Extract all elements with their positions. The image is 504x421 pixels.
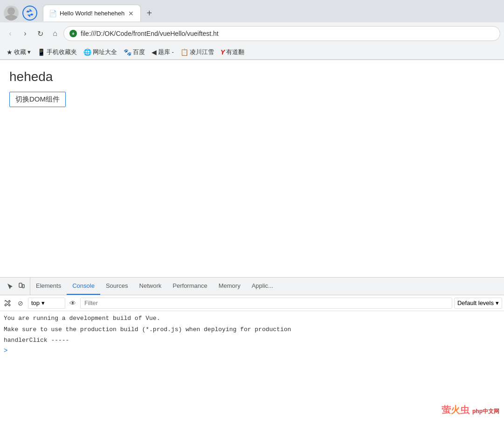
bookmark-item-quiz[interactable]: ◀ 题库 - [149,47,177,57]
svg-rect-2 [19,283,22,287]
mobile-icon: 📱 [37,48,45,56]
tab-icon: 📄 [49,10,57,17]
dom-switch-button[interactable]: 切换DOM组件 [9,92,66,107]
svg-point-1 [5,15,18,20]
chevron-down-icon: ▾ [41,299,45,306]
bookmark-item-baidu[interactable]: 🐾 百度 [121,47,148,57]
forward-button[interactable]: › [19,27,32,40]
console-output: You are running a development build of V… [0,311,504,421]
devtools-icon-area [2,278,30,295]
bookmark-label: 收藏 [14,48,26,56]
address-bar[interactable]: + file:///D:/OK/Code/frontEnd/vueHello/v… [63,26,500,41]
devtools-tab-network[interactable]: Network [134,278,167,295]
console-line: Make sure to use the production build (*… [4,324,500,335]
devtools-tab-console[interactable]: Console [67,278,100,295]
bookmark-label: 题库 - [158,48,174,56]
context-value: top [31,299,40,306]
devtools-tab-elements[interactable]: Elements [30,278,67,295]
page-heading: heheda [9,69,495,84]
address-text: file:///D:/OK/Code/frontEnd/vueHello/vue… [81,30,494,37]
cursor-icon[interactable] [6,282,15,291]
devtools-tab-application[interactable]: Applic... [246,278,279,295]
devtools-tab-performance[interactable]: Performance [167,278,213,295]
sync-icon[interactable] [22,6,37,20]
devtools-panel: Elements Console Sources Network Perform… [0,277,504,421]
svg-rect-3 [22,285,24,288]
web-icon: 🌐 [83,48,91,56]
bookmark-label: 凌川江雪 [190,48,214,56]
baidu-icon: 🐾 [124,48,131,56]
bookmark-item-youdao[interactable]: Y 有道翻 [218,47,247,57]
console-input-line[interactable]: > [4,346,500,355]
devtools-tab-memory[interactable]: Memory [213,278,246,295]
console-prompt: > [4,347,7,354]
console-line: You are running a development build of V… [4,313,500,324]
browser-chrome: 📄 Hello World! heheheheh ✕ + ‹ › ↻ ⌂ + f… [0,0,504,60]
tab-close-button[interactable]: ✕ [127,9,135,18]
lingchuan-icon: 📋 [180,48,188,56]
star-icon: ★ [7,48,13,56]
svg-point-0 [7,7,15,15]
block-icon[interactable]: ⊘ [15,298,26,309]
chevron-down-icon: ▾ [496,299,499,306]
chevron-down-icon: ▾ [28,48,31,55]
new-tab-button[interactable]: + [143,7,156,20]
mobile-preview-icon[interactable] [17,282,26,291]
console-line: handlerClick ----- [4,335,500,346]
bookmark-label: 有道翻 [226,48,244,56]
tab-title: Hello World! heheheheh [60,10,124,17]
active-tab[interactable]: 📄 Hello World! heheheheh ✕ [43,5,141,21]
bookmark-item-collections[interactable]: ★ 收藏 ▾ [4,47,34,57]
console-toolbar: ⊘ top ▾ 👁 Default levels ▾ [0,295,504,311]
navigation-bar: ‹ › ↻ ⌂ + file:///D:/OK/Code/frontEnd/vu… [0,22,504,45]
back-button[interactable]: ‹ [4,27,17,40]
bookmark-label: 百度 [133,48,145,56]
home-button[interactable]: ⌂ [48,27,62,40]
eye-icon[interactable]: 👁 [67,298,78,309]
default-levels-label: Default levels [457,299,494,306]
tab-bar: 📄 Hello World! heheheheh ✕ + [0,0,504,22]
bookmark-label: 手机收藏夹 [47,48,77,56]
bookmark-label: 网址大全 [93,48,117,56]
bookmark-item-mobile[interactable]: 📱 手机收藏夹 [35,47,80,57]
page-content: heheda 切换DOM组件 [0,60,504,277]
log-levels-selector[interactable]: Default levels ▾ [454,298,502,309]
clear-console-button[interactable] [2,298,13,309]
refresh-button[interactable]: ↻ [34,27,47,40]
devtools-tab-bar: Elements Console Sources Network Perform… [0,278,504,295]
quiz-icon: ◀ [152,48,157,56]
profile-avatar[interactable] [4,6,19,20]
devtools-tab-sources[interactable]: Sources [100,278,134,295]
watermark: 萤火虫 php中文网 [442,404,499,416]
secure-icon: + [69,30,77,37]
filter-input[interactable] [80,298,452,309]
bookmark-item-websites[interactable]: 🌐 网址大全 [81,47,120,57]
context-selector[interactable]: top ▾ [28,298,65,309]
youdao-icon: Y [221,48,225,56]
bookmarks-bar: ★ 收藏 ▾ 📱 手机收藏夹 🌐 网址大全 🐾 百度 ◀ 题库 - 📋 凌川江雪… [0,45,504,60]
bookmark-item-lingchuan[interactable]: 📋 凌川江雪 [178,47,217,57]
